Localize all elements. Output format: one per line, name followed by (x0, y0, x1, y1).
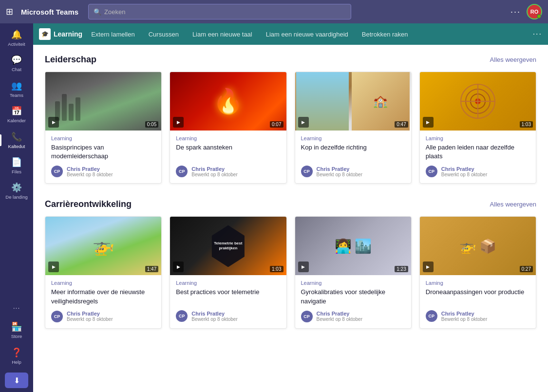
channel-nav-vaardigheid[interactable]: Liam een nieuwe vaardigheid (259, 23, 355, 45)
card-thumb-overlay-4: ▶ 1:03 (420, 114, 536, 131)
card-body-3: Learning Kop in dezelfde richting CP Chr… (295, 131, 411, 183)
card-title-8: Droneaanpassingen voor productie (426, 288, 530, 305)
sidebar-label-help: Help (12, 359, 21, 365)
grid-icon[interactable]: ⊞ (6, 6, 13, 17)
sidebar-label-activity: Activiteit (8, 41, 25, 47)
sidebar-label-calls: Kaltedut (8, 144, 25, 149)
help-icon: ❓ (11, 347, 22, 358)
author-name-1: Chris Pratley (67, 166, 113, 172)
card-author-5: CP Chris Pratley Bewerkt op 8 oktober (51, 311, 155, 322)
download-button[interactable]: ⬇ (5, 373, 28, 388)
sidebar-label-learning: De landing (5, 194, 27, 200)
search-bar[interactable]: 🔍 (88, 4, 351, 19)
author-info-8: Chris Pratley Bewerkt op 8 oktober (441, 311, 488, 322)
main-content: Leiderschap Alles weergeven (33, 45, 548, 392)
card-leiderschap-4[interactable]: ▶ 1:03 Laming Alle paden leiden naar dez… (419, 72, 536, 184)
play-button-6[interactable]: ▶ (173, 261, 184, 272)
duration-6: 1:03 (270, 266, 283, 272)
author-name-6: Chris Pratley (191, 311, 238, 317)
sidebar-item-activity[interactable]: 🔔 Activiteit (0, 25, 33, 51)
brand-icon: 🎓 (39, 28, 51, 40)
card-title-7: Gyrokalibraties voor stedelijke navigati… (301, 288, 405, 305)
play-button-3[interactable]: ▶ (298, 117, 309, 128)
layout: 🔔 Activiteit 💬 Chat 👥 Teams 📅 Kalender 📞… (0, 23, 548, 392)
card-thumb-overlay-6: ▶ 1:03 (170, 259, 286, 275)
sidebar-item-files[interactable]: 📄 Files (0, 153, 33, 178)
duration-8: 0:27 (520, 266, 533, 272)
card-carriere-2[interactable]: Telemetrie best praktijken ▶ 1:03 Learni… (170, 216, 286, 328)
author-info-6: Chris Pratley Bewerkt op 8 oktober (191, 311, 238, 322)
card-author-3: CP Chris Pratley Bewerkt op 8 oktober (301, 166, 405, 177)
sidebar-item-learning[interactable]: ⚙️ De landing (0, 178, 33, 204)
channel-nav-more[interactable]: ··· (533, 30, 542, 38)
author-date-5: Bewerkt op 8 oktober (67, 317, 113, 322)
card-source-6: Learning (176, 280, 280, 286)
card-thumb-5: 🚁 ▶ 1:47 (45, 217, 161, 275)
sidebar-item-calls[interactable]: 📞 Kaltedut (0, 128, 33, 153)
sidebar-item-calendar[interactable]: 📅 Kalender (0, 102, 33, 127)
channel-brand: 🎓 Learning (39, 28, 82, 40)
sidebar-item-chat[interactable]: 💬 Chat (0, 51, 33, 76)
play-button-5[interactable]: ▶ (48, 261, 59, 272)
calls-icon: 📞 (11, 131, 22, 142)
card-carriere-1[interactable]: 🚁 ▶ 1:47 Learning Meer informatie over d… (45, 216, 162, 328)
play-button-8[interactable]: ▶ (423, 261, 434, 272)
card-author-8: CP Chris Pratley Bewerkt op 8 oktober (426, 310, 530, 322)
topbar: ⊞ Microsoft Teams 🔍 ··· RO (0, 0, 548, 23)
channel-nav-cursussen[interactable]: Cursussen (142, 23, 186, 45)
sidebar-item-help[interactable]: ❓ Help (0, 343, 33, 369)
author-avatar-7: CP (301, 311, 313, 322)
card-thumb-overlay-5: ▶ 1:47 (45, 259, 161, 275)
author-avatar-3: CP (301, 166, 313, 177)
topbar-right: ··· RO (510, 4, 542, 19)
card-body-6: Learning Best practices voor telemetrie … (170, 275, 286, 328)
store-icon: 🏪 (11, 321, 22, 332)
sidebar-label-chat: Chat (12, 67, 21, 72)
author-name-5: Chris Pratley (67, 311, 113, 317)
sidebar-label-teams: Teams (10, 93, 23, 98)
play-button-7[interactable]: ▶ (298, 261, 309, 272)
channel-nav-extern[interactable]: Extern lamellen (84, 23, 142, 45)
card-thumb-overlay-3: ▶ 0:47 (295, 114, 411, 131)
card-carriere-3[interactable]: 👩‍💻 🏙️ ▶ 1:23 Learning Gyrokalibraties v… (295, 216, 412, 328)
topbar-more-button[interactable]: ··· (510, 7, 521, 17)
search-input[interactable] (104, 8, 346, 16)
sidebar-label-store: Store (11, 334, 22, 339)
card-thumb-overlay-2: ▶ 0:07 (170, 114, 286, 131)
card-source-1: Learning (51, 135, 155, 141)
card-title-2: De spark aansteken (176, 143, 280, 161)
card-source-5: Learning (51, 280, 155, 286)
see-all-carriere[interactable]: Alles weergeven (490, 201, 536, 208)
author-date-3: Bewerkt op 8 oktober (317, 172, 363, 177)
channel-nav-taal[interactable]: Liam een nieuwe taal (186, 23, 259, 45)
sidebar-item-teams[interactable]: 👥 Teams (0, 76, 33, 102)
section-title-carriere: Carrièreontwikkeling (45, 199, 132, 209)
channel-nav-betrokken[interactable]: Betrokken raken (355, 23, 415, 45)
author-info-4: Chris Pratley Bewerkt op 8 oktober (441, 166, 488, 177)
author-info-3: Chris Pratley Bewerkt op 8 oktober (317, 166, 363, 177)
cards-grid-leiderschap: ▶ 0:05 Learning Basisprincipes van modem… (45, 72, 536, 184)
avatar[interactable]: RO (527, 4, 542, 19)
duration-5: 1:47 (145, 266, 158, 272)
card-leiderschap-1[interactable]: ▶ 0:05 Learning Basisprincipes van modem… (45, 72, 162, 184)
chat-icon: 💬 (11, 55, 22, 65)
card-carriere-4[interactable]: 🚁 📦 ▶ 0:27 Laming Droneaanpassingen voor… (419, 216, 536, 328)
author-name-2: Chris Pratley (191, 166, 238, 172)
play-button-1[interactable]: ▶ (48, 117, 59, 128)
card-title-3: Kop in dezelfde richting (301, 143, 405, 161)
section-title-leiderschap: Leiderschap (45, 55, 96, 65)
play-button-4[interactable]: ▶ (423, 117, 434, 128)
card-leiderschap-3[interactable]: 🏫 ▶ 0:47 Learning Kop in dezelfde richti… (295, 72, 412, 184)
card-thumb-4: ▶ 1:03 (420, 72, 536, 131)
card-leiderschap-2[interactable]: 🔥 ▶ 0:07 Learning De spark aansteken (170, 72, 286, 184)
sidebar-item-store[interactable]: 🏪 Store (0, 317, 33, 343)
sidebar-more-button[interactable]: ··· (0, 300, 33, 316)
see-all-leiderschap[interactable]: Alles weergeven (490, 56, 536, 63)
files-icon: 📄 (11, 157, 22, 168)
card-source-2: Learning (176, 135, 280, 141)
search-icon: 🔍 (94, 8, 101, 16)
card-source-7: Learning (301, 280, 405, 286)
card-thumb-7: 👩‍💻 🏙️ ▶ 1:23 (295, 217, 411, 275)
author-date-2: Bewerkt op 8 oktober (191, 172, 238, 177)
play-button-2[interactable]: ▶ (173, 117, 184, 128)
